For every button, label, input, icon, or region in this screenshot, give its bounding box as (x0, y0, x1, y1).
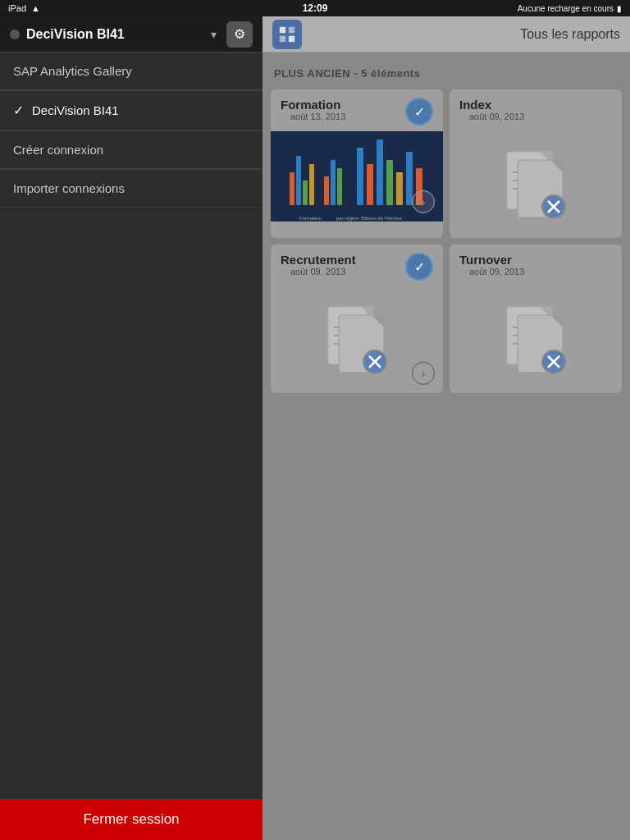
svg-text:par région: par région (336, 216, 358, 221)
sidebar-item-label: SAP Analytics Gallery (13, 64, 132, 78)
svg-rect-11 (309, 164, 314, 205)
svg-rect-0 (280, 26, 285, 32)
svg-rect-10 (303, 180, 308, 205)
report-card-recrutement-header: Recrutement août 09, 2013 ✓ (271, 244, 443, 286)
index-doc-icon (450, 131, 622, 238)
charging-label: Aucune recharge en cours (518, 4, 614, 13)
recrutement-nav-arrow[interactable]: › (412, 362, 435, 385)
sidebar-item-sap-gallery[interactable]: SAP Analytics Gallery (0, 52, 262, 90)
chevron-down-icon[interactable]: ▾ (211, 28, 217, 41)
status-bar: iPad ▲ 12:09 Aucune recharge en cours ▮ (0, 0, 630, 16)
document-icon (503, 148, 568, 221)
sidebar-dot (10, 30, 20, 39)
status-left: iPad ▲ (8, 3, 40, 13)
report-card-index[interactable]: Index août 09, 2013 (450, 89, 622, 238)
report-grid-container[interactable]: PLUS ANCIEN - 5 éléments Formation août … (262, 52, 630, 840)
sidebar-item-decivision[interactable]: ✓ DeciVision BI41 (0, 91, 262, 130)
report-card-turnover-header: Turnover août 09, 2013 (450, 244, 622, 286)
sidebar-header[interactable]: DeciVision BI41 ▾ ⚙ (0, 16, 262, 52)
svg-rect-19 (396, 172, 403, 205)
document-icon (324, 303, 390, 377)
svg-rect-3 (289, 35, 294, 41)
app-container: DeciVision BI41 ▾ ⚙ SAP Analytics Galler… (0, 16, 630, 840)
report-grid: Formation août 13, 2013 ✓ (271, 89, 622, 393)
settings-button[interactable]: ⚙ (226, 21, 253, 48)
sidebar-item-creer-connexion[interactable]: Créer connexion (0, 131, 262, 169)
recrutement-title-group: Recrutement août 09, 2013 (281, 253, 356, 283)
report-card-turnover[interactable]: Turnover août 09, 2013 (450, 244, 622, 393)
svg-text:Formation: Formation (299, 216, 322, 221)
document-icon (503, 303, 568, 377)
app-icon (272, 20, 302, 49)
svg-rect-14 (337, 168, 342, 205)
report-card-formation[interactable]: Formation août 13, 2013 ✓ (271, 89, 443, 238)
section-header: PLUS ANCIEN - 5 éléments (271, 61, 622, 86)
svg-rect-13 (331, 160, 336, 205)
section-count: - (354, 67, 361, 80)
report-card-formation-header: Formation août 13, 2013 ✓ (271, 89, 443, 131)
wifi-icon: ▲ (31, 3, 40, 13)
close-session-button[interactable]: Fermer session (0, 799, 262, 840)
section-count-value: 5 éléments (361, 67, 420, 80)
main-title: Tous les rapports (312, 27, 620, 42)
svg-rect-20 (406, 152, 413, 205)
index-title-group: Index août 09, 2013 (459, 98, 534, 128)
report-card-title: Index (459, 98, 534, 112)
sidebar: DeciVision BI41 ▾ ⚙ SAP Analytics Galler… (0, 16, 262, 840)
report-card-recrutement[interactable]: Recrutement août 09, 2013 ✓ (271, 244, 443, 393)
svg-rect-17 (377, 139, 383, 205)
svg-text:Bâtons de Flèches: Bâtons de Flèches (361, 216, 402, 221)
status-time: 12:09 (303, 2, 328, 14)
report-card-date: août 09, 2013 (459, 112, 534, 128)
report-card-title: Formation (281, 98, 355, 112)
report-card-title: Recrutement (281, 253, 356, 267)
section-label: PLUS ANCIEN (274, 67, 350, 80)
report-card-title: Turnover (459, 253, 534, 267)
formation-title-group: Formation août 13, 2013 (281, 98, 355, 128)
turnover-doc-icon (450, 286, 622, 393)
turnover-title-group: Turnover août 09, 2013 (459, 253, 534, 283)
main-content: Tous les rapports PLUS ANCIEN - 5 élémen… (262, 16, 630, 840)
grid-icon (278, 25, 296, 43)
svg-rect-12 (324, 176, 329, 205)
check-circle-icon: ✓ (405, 98, 433, 126)
svg-rect-1 (289, 26, 294, 32)
check-circle-icon: ✓ (405, 253, 433, 281)
gear-icon: ⚙ (234, 26, 245, 42)
status-right: Aucune recharge en cours ▮ (518, 4, 622, 13)
svg-rect-18 (386, 160, 393, 205)
sidebar-item-label: DeciVision BI41 (32, 103, 119, 117)
formation-nav-arrow[interactable]: › (412, 190, 435, 213)
svg-rect-9 (296, 156, 301, 205)
report-card-date: août 09, 2013 (459, 267, 534, 283)
sidebar-item-label: Importer connexions (13, 181, 125, 195)
chart-preview: Formation par région Bâtons de Flèches › (271, 131, 443, 221)
ipad-label: iPad (8, 3, 26, 13)
svg-rect-15 (357, 148, 363, 205)
checkmark-icon: ✓ (13, 103, 24, 118)
report-card-date: août 09, 2013 (281, 267, 356, 283)
main-header: Tous les rapports (262, 16, 630, 52)
report-card-index-header: Index août 09, 2013 (450, 89, 622, 131)
sidebar-item-label: Créer connexion (13, 143, 103, 157)
report-card-date: août 13, 2013 (281, 112, 355, 128)
sidebar-item-importer-connexions[interactable]: Importer connexions (0, 170, 262, 208)
svg-rect-8 (290, 172, 294, 205)
battery-icon: ▮ (617, 4, 622, 13)
svg-rect-16 (367, 164, 373, 205)
svg-rect-2 (280, 35, 285, 41)
close-session-label: Fermer session (83, 811, 179, 828)
sidebar-title: DeciVision BI41 (26, 27, 211, 42)
